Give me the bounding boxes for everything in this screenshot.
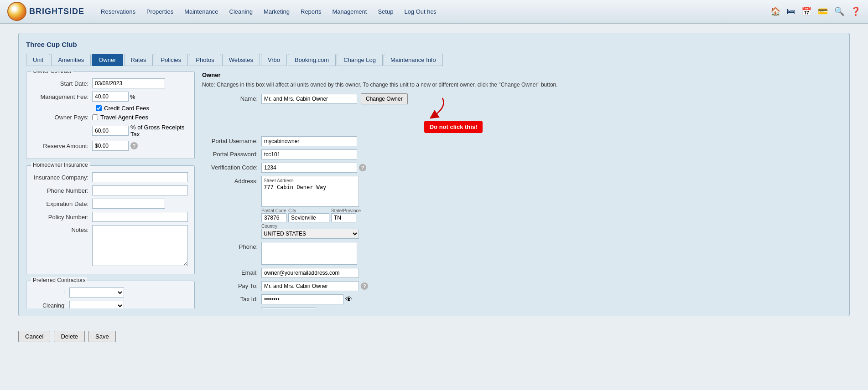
credit-card-fees-checkbox[interactable] bbox=[96, 105, 102, 111]
nav-maintenance[interactable]: Maintenance bbox=[179, 5, 223, 18]
nav-properties[interactable]: Properties bbox=[141, 5, 179, 18]
phone-number-input[interactable] bbox=[92, 185, 188, 195]
insurance-notes-textarea[interactable] bbox=[92, 225, 188, 266]
tab-booking[interactable]: Booking.com bbox=[288, 54, 336, 66]
nav-setup[interactable]: Setup bbox=[372, 5, 399, 18]
tab-photos[interactable]: Photos bbox=[189, 54, 221, 66]
nav-icons: 🏠 🛏 📅 💳 🔍 ❓ bbox=[770, 6, 861, 16]
state-sublabel: State/Province bbox=[331, 208, 361, 213]
start-date-input[interactable] bbox=[92, 78, 165, 88]
policy-number-input[interactable] bbox=[92, 212, 188, 222]
address-label: Address: bbox=[202, 176, 261, 185]
card-icon[interactable]: 💳 bbox=[818, 6, 828, 16]
cancel-button[interactable]: Cancel bbox=[18, 331, 50, 342]
nav-cleaning[interactable]: Cleaning bbox=[224, 5, 258, 18]
nav-logout[interactable]: Log Out hcs bbox=[399, 5, 442, 18]
phone-number-row: Phone Number: bbox=[33, 185, 188, 195]
tax-id-input[interactable] bbox=[261, 294, 343, 304]
pay-to-input[interactable] bbox=[261, 281, 359, 291]
main-content: Three Cup Club Unit Amenities Owner Rate… bbox=[0, 24, 868, 325]
street-address-container: Street Address 777 Cabin Owner Way bbox=[261, 176, 359, 207]
bed-icon[interactable]: 🛏 bbox=[787, 7, 795, 16]
street-address-textarea[interactable]: 777 Cabin Owner Way bbox=[264, 184, 357, 203]
insurance-notes-row: Notes: bbox=[33, 225, 188, 266]
name-input[interactable] bbox=[261, 94, 357, 104]
verification-code-row: Verification Code: ? bbox=[202, 163, 842, 173]
arrow-svg bbox=[415, 93, 452, 121]
payment-method-select[interactable]: Check ACH Other bbox=[261, 308, 316, 308]
gross-receipts-input[interactable] bbox=[92, 126, 129, 136]
homeowner-insurance-legend: Homeowner Insurance bbox=[31, 162, 90, 168]
postal-city-state-row: Postal Code City State/Province bbox=[261, 208, 361, 222]
tab-amenities[interactable]: Amenities bbox=[51, 54, 91, 66]
pay-to-row: Pay To: ? bbox=[202, 281, 842, 291]
postal-code-sublabel: Postal Code bbox=[261, 208, 286, 213]
owner-note: Note: Changes in this box will affect al… bbox=[202, 81, 842, 89]
country-select[interactable]: UNITED STATES CANADA OTHER bbox=[261, 229, 359, 239]
city-sublabel: City bbox=[288, 208, 329, 213]
email-input[interactable] bbox=[261, 268, 359, 278]
street-address-sublabel: Street Address bbox=[264, 178, 357, 183]
navbar: BRIGHTSIDE Reservations Properties Maint… bbox=[0, 0, 868, 24]
email-row: Email: bbox=[202, 268, 842, 278]
scroll-area[interactable]: Owner Contract Start Date: Management Fe… bbox=[26, 72, 842, 308]
delete-button[interactable]: Delete bbox=[54, 331, 85, 342]
mgmt-fee-pct: % bbox=[130, 93, 135, 100]
card-title: Three Cup Club bbox=[26, 41, 842, 48]
portal-username-input[interactable] bbox=[261, 136, 357, 146]
name-row: Name: Change Owner bbox=[202, 93, 408, 104]
help-icon[interactable]: ❓ bbox=[851, 6, 861, 16]
two-col-layout: Owner Contract Start Date: Management Fe… bbox=[26, 72, 842, 308]
verification-code-input[interactable] bbox=[261, 163, 357, 173]
country-row: Country UNITED STATES CANADA OTHER bbox=[261, 224, 361, 239]
phone-textarea[interactable] bbox=[261, 242, 357, 265]
insurance-company-input[interactable] bbox=[92, 172, 188, 182]
nav-reservations[interactable]: Reservations bbox=[95, 5, 141, 18]
eye-icon[interactable]: 👁 bbox=[345, 295, 353, 303]
home-icon[interactable]: 🏠 bbox=[770, 6, 780, 16]
mgmt-fee-row: Management Fee: % bbox=[33, 92, 188, 102]
name-row-area: Name: Change Owner bbox=[202, 93, 842, 133]
city-input[interactable] bbox=[288, 213, 329, 222]
city-block: City bbox=[288, 208, 329, 222]
contractor-select-1[interactable] bbox=[69, 287, 124, 298]
verification-code-help-icon[interactable]: ? bbox=[359, 164, 366, 171]
do-not-click-label: Do not click this! bbox=[424, 121, 483, 133]
email-label: Email: bbox=[202, 269, 261, 276]
owner-contract-legend: Owner Contract bbox=[31, 72, 73, 74]
insurance-company-row: Insurance Company: bbox=[33, 172, 188, 182]
reserve-amount-help-icon[interactable]: ? bbox=[130, 142, 138, 149]
nav-management[interactable]: Management bbox=[327, 5, 373, 18]
tab-changelog[interactable]: Change Log bbox=[337, 54, 383, 66]
portal-password-input[interactable] bbox=[261, 149, 357, 159]
tab-vrbo[interactable]: Vrbo bbox=[261, 54, 287, 66]
tab-policies[interactable]: Policies bbox=[154, 54, 188, 66]
search-icon[interactable]: 🔍 bbox=[834, 6, 844, 16]
mgmt-fee-input[interactable] bbox=[92, 92, 129, 102]
contractor-colon-row: : bbox=[33, 287, 188, 298]
expiration-date-input[interactable] bbox=[92, 199, 165, 209]
owner-pays-row: Owner Pays: Travel Agent Fees bbox=[33, 114, 188, 121]
tab-owner[interactable]: Owner bbox=[92, 54, 123, 66]
expiration-date-label: Expiration Date: bbox=[33, 200, 92, 207]
tab-maintenanceinfo[interactable]: Maintenance Info bbox=[384, 54, 443, 66]
tab-websites[interactable]: Websites bbox=[222, 54, 260, 66]
portal-password-label: Portal Password: bbox=[202, 151, 261, 158]
tab-rates[interactable]: Rates bbox=[124, 54, 153, 66]
contractor-cleaning-select[interactable] bbox=[69, 301, 124, 308]
policy-number-row: Policy Number: bbox=[33, 212, 188, 222]
contractor-colon: : bbox=[33, 289, 69, 296]
pay-to-help-icon[interactable]: ? bbox=[361, 282, 368, 290]
calendar-icon[interactable]: 📅 bbox=[801, 6, 811, 16]
save-button[interactable]: Save bbox=[88, 331, 116, 342]
tab-unit[interactable]: Unit bbox=[26, 54, 50, 66]
nav-reports[interactable]: Reports bbox=[295, 5, 327, 18]
postal-code-input[interactable] bbox=[261, 213, 286, 222]
reserve-amount-input[interactable] bbox=[92, 141, 129, 151]
travel-agent-fees-checkbox[interactable] bbox=[92, 114, 98, 120]
nav-marketing[interactable]: Marketing bbox=[258, 5, 295, 18]
state-input[interactable] bbox=[331, 213, 356, 222]
contractor-cleaning-row: Cleaning: bbox=[33, 301, 188, 308]
change-owner-button[interactable]: Change Owner bbox=[361, 93, 408, 104]
gross-receipts-row: % of Gross Receipts Tax bbox=[33, 124, 188, 138]
